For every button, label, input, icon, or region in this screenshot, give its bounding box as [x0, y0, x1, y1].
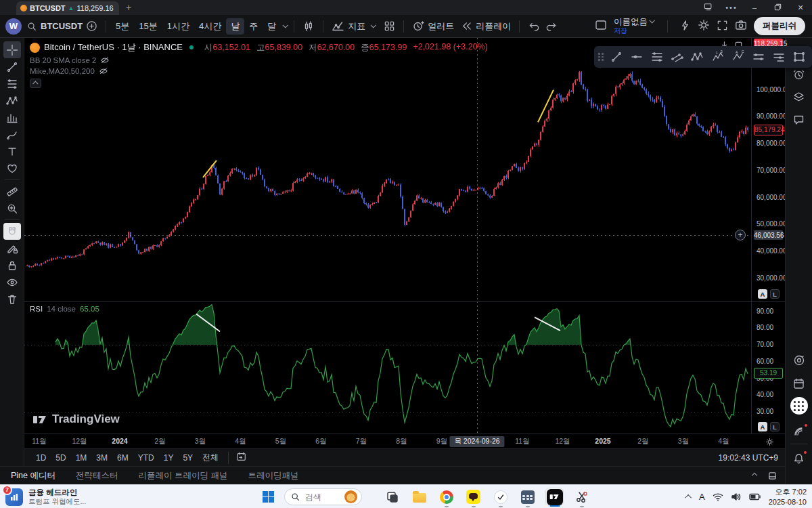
- crosshair-tool-icon[interactable]: [3, 41, 21, 58]
- elliott-wave-tool-icon[interactable]: 15: [709, 48, 727, 66]
- parallel-channel-tool-icon[interactable]: [669, 48, 686, 66]
- rsi-pane-canvas[interactable]: [24, 301, 751, 433]
- tab-strategy-tester[interactable]: 전략테스터: [76, 470, 118, 482]
- timeframe-chevron-icon[interactable]: [283, 22, 288, 28]
- timeframe-15m[interactable]: 15분: [134, 18, 162, 35]
- calculator-icon[interactable]: [518, 488, 537, 506]
- indicators-button[interactable]: 지표: [328, 18, 380, 35]
- abc-pattern-tool-icon[interactable]: AC: [729, 48, 747, 66]
- timeframe-1mo[interactable]: 달: [263, 18, 281, 35]
- object-tree-layers-icon[interactable]: [790, 87, 809, 106]
- minimize-button[interactable]: –: [743, 3, 766, 12]
- range-1y[interactable]: 1Y: [159, 452, 179, 464]
- widgets-button[interactable]: 7 금융 헤드라인 트럼프 위협에도...: [5, 488, 86, 507]
- magnet-mode-icon[interactable]: [3, 223, 21, 240]
- price-axis[interactable]: 118,259.15 85,179.24 46,003.56 53.19 A L…: [751, 38, 785, 433]
- undo-button[interactable]: [524, 19, 543, 33]
- hotlists-target-icon[interactable]: [790, 351, 809, 370]
- range-1d[interactable]: 1D: [31, 452, 51, 464]
- indicator-row-bb[interactable]: BB 20 SMA close 2: [30, 56, 488, 64]
- notifications-bell-icon[interactable]: [790, 449, 809, 468]
- rectangle-tool-icon[interactable]: [790, 48, 808, 66]
- todo-check-icon[interactable]: [491, 488, 510, 506]
- chart-style-button[interactable]: [299, 18, 318, 35]
- trend-line-tool-icon[interactable]: [3, 58, 21, 75]
- wifi-icon[interactable]: [713, 492, 723, 501]
- redo-button[interactable]: [543, 19, 561, 33]
- kakaotalk-icon[interactable]: [464, 488, 482, 506]
- log-scale-button[interactable]: L: [770, 422, 780, 431]
- layout-name-menu[interactable]: 이름없음 저장: [614, 18, 656, 35]
- chrome-icon[interactable]: [437, 488, 455, 506]
- measure-ruler-tool-icon[interactable]: [3, 183, 21, 200]
- user-avatar[interactable]: W: [5, 18, 22, 35]
- zoom-in-tool-icon[interactable]: [3, 200, 21, 217]
- timeframe-5m[interactable]: 5분: [111, 18, 134, 35]
- save-button[interactable]: 저장: [614, 27, 627, 35]
- expand-panel-chevron-icon[interactable]: [752, 472, 757, 478]
- compare-add-button[interactable]: [83, 18, 101, 34]
- battery-icon[interactable]: [749, 493, 761, 501]
- delete-drawings-trash-icon[interactable]: [3, 291, 21, 308]
- timeframe-1d-selected[interactable]: 날: [226, 18, 244, 35]
- search-highlight-lion-icon[interactable]: [344, 490, 357, 503]
- quick-search-icon[interactable]: [679, 20, 691, 33]
- new-tab-button[interactable]: +: [126, 2, 131, 13]
- log-scale-button[interactable]: L: [770, 289, 780, 299]
- text-tool-icon[interactable]: [3, 143, 21, 160]
- timeframe-1h[interactable]: 1시간: [162, 18, 194, 35]
- task-view-button[interactable]: [383, 488, 401, 506]
- symbol-search[interactable]: BTCUSDT: [27, 21, 83, 31]
- xabcd-pattern-tool-icon[interactable]: [3, 92, 21, 109]
- symbol-title[interactable]: Bitcoin / TetherUS · 1날 · BINANCE: [44, 41, 183, 54]
- publish-button[interactable]: 퍼블리쉬: [754, 17, 805, 35]
- auto-scale-button[interactable]: A: [758, 289, 767, 299]
- long-position-tool-icon[interactable]: [750, 48, 767, 66]
- lock-all-drawings-icon[interactable]: [3, 257, 21, 274]
- chart-area[interactable]: Bitcoin / TetherUS · 1날 · BINANCE 시63,15…: [24, 38, 751, 433]
- maximize-button[interactable]: [766, 3, 789, 12]
- auto-scale-button[interactable]: A: [758, 422, 767, 431]
- start-button[interactable]: [263, 491, 274, 503]
- pane-divider[interactable]: [24, 301, 785, 302]
- xabcd-pattern-tool-icon[interactable]: [689, 48, 706, 66]
- tab-trading-panel[interactable]: 트레이딩패널: [248, 470, 298, 482]
- short-position-tool-icon[interactable]: [770, 48, 788, 66]
- tab-manager-icon[interactable]: [697, 3, 720, 12]
- drawing-lock-edit-icon[interactable]: [3, 240, 21, 257]
- indicator-templates-button[interactable]: [380, 18, 399, 34]
- file-explorer-icon[interactable]: [410, 488, 428, 506]
- session-clock[interactable]: 19:02:43 UTC+9: [719, 453, 778, 463]
- panel-layout-icon[interactable]: [768, 471, 777, 480]
- time-axis[interactable]: 목 2024-09-26 11월12월20242월3월4월5월6월7월8월9월1…: [24, 433, 785, 448]
- browser-menu-icon[interactable]: •••: [720, 3, 743, 12]
- browser-tab[interactable]: BTCUSDT ▲ 118,259.16 +1.54% ✕: [16, 1, 119, 15]
- toolbar-drag-handle[interactable]: [598, 53, 604, 61]
- apps-grid-icon[interactable]: [790, 396, 809, 415]
- alert-button[interactable]: 얼러트: [409, 18, 457, 35]
- range-6m[interactable]: 6M: [112, 452, 133, 464]
- tray-overflow-chevron-icon[interactable]: [685, 494, 692, 501]
- timeframe-1w[interactable]: 주: [244, 18, 263, 35]
- range-all[interactable]: 전체: [198, 450, 223, 465]
- ime-indicator[interactable]: A: [699, 492, 705, 502]
- range-3m[interactable]: 3M: [91, 452, 112, 464]
- fib-retracement-tool-icon[interactable]: [3, 75, 21, 92]
- rsi-legend[interactable]: RSI 14 close 65.05: [30, 305, 99, 313]
- taskbar-clock[interactable]: 오후 7:02 2025-08-10: [769, 487, 807, 507]
- brush-tool-icon[interactable]: [3, 126, 21, 143]
- fullscreen-icon[interactable]: [717, 20, 728, 33]
- live-streams-icon[interactable]: [790, 421, 809, 440]
- taskbar-search[interactable]: [284, 488, 362, 505]
- chat-icon[interactable]: [790, 110, 809, 129]
- indicator-row-ma[interactable]: Mike,MA20,50,200: [30, 67, 488, 75]
- close-button[interactable]: ✕: [789, 3, 812, 12]
- timeframe-4h[interactable]: 4시간: [194, 18, 226, 35]
- tab-pine-editor[interactable]: Pine 에디터: [11, 470, 55, 482]
- volume-icon[interactable]: [731, 492, 742, 501]
- tradingview-app-icon[interactable]: [545, 488, 564, 506]
- search-input[interactable]: [304, 492, 339, 503]
- fib-retracement-tool-icon[interactable]: [648, 48, 666, 66]
- emoji-heart-tool-icon[interactable]: [3, 160, 21, 177]
- goto-date-icon[interactable]: [236, 452, 247, 464]
